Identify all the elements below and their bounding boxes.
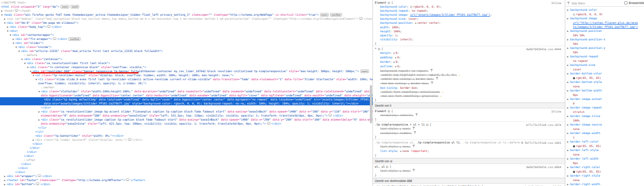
attr-value-token[interactable]: "mobnav" bbox=[20, 17, 34, 20]
collapsed-content-chip[interactable]: … bbox=[53, 37, 56, 40]
computed-property-name[interactable]: border-right-style bbox=[570, 174, 600, 177]
css-property-value[interactable]: no-repeat bbox=[412, 9, 427, 12]
attr-value-token[interactable]: "3" bbox=[36, 5, 41, 8]
computed-property-name[interactable]: border-image-source bbox=[570, 123, 602, 126]
tag-token[interactable]: <div bbox=[44, 98, 52, 101]
tag-token[interactable]: <div> bbox=[9, 29, 18, 32]
markup-line[interactable]: elementdelay="0" data-endspeed="500" dat… bbox=[0, 113, 373, 117]
attr-value-token[interactable]: "slotholder" bbox=[59, 90, 80, 93]
pseudo-token[interactable]: ::marker bbox=[41, 86, 55, 89]
markup-line[interactable]: ▶<div id="bottom">…</div> bbox=[0, 182, 373, 186]
attr-name-token[interactable]: data-lazyload= bbox=[97, 98, 122, 101]
tag-token[interactable]: > bbox=[326, 114, 328, 117]
tag-token[interactable]: > bbox=[58, 5, 59, 8]
css-property-name[interactable]: margin bbox=[380, 51, 390, 54]
css-property-name[interactable]: -moz-osx-font-smoothing bbox=[380, 94, 419, 97]
attr-name-token[interactable]: cz-shortcut-listen= bbox=[274, 13, 307, 16]
selector-highlighter-icon[interactable] bbox=[386, 166, 388, 168]
attr-value-token[interactable]: "undefined" bbox=[244, 90, 263, 93]
attr-name-token[interactable]: data-duration= bbox=[133, 90, 158, 93]
tag-token[interactable]: > bbox=[35, 174, 37, 177]
expand-arrow[interactable]: ▶ bbox=[567, 72, 570, 76]
markup-line[interactable]: </li> bbox=[0, 125, 373, 130]
computed-property-name[interactable]: background-size bbox=[570, 63, 595, 66]
pseudo-token[interactable]: <!DOCTYPE html> bbox=[1, 1, 26, 4]
attr-name-token[interactable]: data-bgrepeat= bbox=[225, 98, 250, 101]
markup-line[interactable]: </div> bbox=[0, 170, 373, 174]
attr-value-token[interactable]: "no-repeat" bbox=[250, 98, 269, 101]
attr-value-token[interactable]: "Slider Startseite" bbox=[303, 78, 335, 81]
overflow-badge[interactable]: overflow bbox=[68, 37, 80, 41]
attr-name-token[interactable]: src= bbox=[312, 98, 321, 101]
attr-value-token[interactable]: "" bbox=[57, 178, 60, 182]
css-property-value[interactable]: border-box bbox=[411, 82, 427, 85]
css-property-name[interactable]: visibility bbox=[380, 113, 397, 117]
expand-arrow[interactable]: ▶ bbox=[3, 182, 7, 186]
attr-value-token[interactable]: "slide slide_0 even first last tp-revsli… bbox=[55, 78, 211, 81]
attr-value-token[interactable]: "200" bbox=[284, 118, 293, 121]
attr-name-token[interactable]: style= bbox=[87, 74, 98, 77]
attr-value-token[interactable]: "max-height: 500px; height: 500px;" bbox=[299, 69, 357, 73]
attr-name-token[interactable]: data-y= bbox=[271, 118, 284, 121]
tag-token[interactable]: </div> bbox=[51, 25, 61, 28]
attr-value-token[interactable]: "undefined" bbox=[344, 90, 363, 93]
markup-line[interactable]: data-endeasing="easeInSine" style="left:… bbox=[0, 121, 373, 125]
markup-line[interactable]: data-src="assets/images/3/Slider_FP101-2… bbox=[0, 101, 373, 105]
markup-line[interactable]: data-bgpositionend="undefined" data-bgpo… bbox=[0, 93, 373, 97]
css-property-value[interactable]: none bbox=[402, 145, 409, 148]
attr-name-token[interactable]: class= bbox=[32, 57, 42, 61]
scroll-badge[interactable]: scroll bbox=[71, 5, 79, 9]
tag-token[interactable]: <div bbox=[13, 33, 21, 36]
expand-arrow[interactable]: ▶ bbox=[567, 157, 570, 161]
computed-property-name[interactable]: border-right-color bbox=[570, 165, 600, 169]
attr-name-token[interactable]: data-endeasing= bbox=[41, 122, 66, 125]
markup-line[interactable]: overflow: hidden; visibility: inherit; o… bbox=[0, 81, 373, 85]
css-selector[interactable]: .tp-simpleresponsive > ul > li bbox=[375, 123, 425, 126]
attr-name-token[interactable]: itemscope= bbox=[191, 13, 209, 16]
tag-token[interactable]: <div bbox=[7, 182, 15, 186]
expand-arrow[interactable]: ▶ bbox=[567, 174, 570, 178]
tag-token[interactable]: </div> bbox=[132, 138, 142, 141]
markup-line[interactable]: ▼<div class="rs-container responsive blo… bbox=[0, 65, 373, 69]
pseudo-token[interactable]: ::before bbox=[24, 53, 37, 56]
attr-value-token[interactable]: "easeInSine" bbox=[66, 122, 86, 125]
tag-token[interactable]: <div bbox=[35, 138, 44, 141]
attr-value-token[interactable]: "undefined" bbox=[157, 90, 176, 93]
attr-value-token[interactable]: "undefined" bbox=[169, 94, 187, 97]
attr-value-token[interactable]: "tp-bgimg defaultimg" bbox=[62, 98, 97, 101]
tag-token[interactable]: </div> bbox=[41, 106, 51, 109]
filter-property-icon[interactable] bbox=[412, 127, 415, 130]
markup-line[interactable]: ▶<footer id="footer" itemscope="" itemty… bbox=[0, 178, 373, 182]
css-selector[interactable]: * bbox=[375, 47, 377, 50]
attr-name-token[interactable]: data-endeasing= bbox=[101, 114, 128, 117]
computed-property-name[interactable]: background-color bbox=[570, 8, 597, 11]
css-property-value[interactable]: none bbox=[402, 149, 409, 152]
attr-value-token[interactable]: "undefined" bbox=[209, 94, 228, 97]
markup-line[interactable]: ▶<div class="body_top">…</div> bbox=[0, 25, 373, 29]
attr-name-token[interactable]: data-slotamount= bbox=[250, 78, 278, 81]
selector-highlighter-icon[interactable] bbox=[388, 2, 390, 4]
tag-token[interactable]: > bbox=[145, 82, 147, 85]
attr-value-token[interactable]: "background-color: rgba(0, 0, 0, 0); bac… bbox=[142, 102, 347, 105]
attr-value-token[interactable]: "1400" bbox=[239, 118, 249, 121]
attr-value-token[interactable]: "undefined" bbox=[294, 98, 312, 101]
tag-token[interactable]: <div bbox=[7, 174, 15, 177]
tag-token[interactable]: > bbox=[60, 57, 62, 61]
tag-token[interactable]: </ul> bbox=[35, 130, 44, 133]
tag-token[interactable]: > bbox=[50, 45, 51, 48]
attr-value-token[interactable]: "flx-wrapper" bbox=[29, 37, 50, 40]
attr-value-token[interactable]: "bottom" bbox=[20, 182, 34, 186]
expand-arrow[interactable]: ▶ bbox=[567, 123, 570, 127]
stylesheet-location-link[interactable]: 0e8b7b45843a.css:4044 bbox=[526, 47, 561, 51]
attr-value-token[interactable]: "easeInBack" bbox=[199, 118, 220, 121]
attr-name-token[interactable]: style= bbox=[86, 122, 97, 125]
attr-name-token[interactable]: class= bbox=[26, 45, 36, 48]
css-property-name[interactable]: list-style bbox=[380, 127, 397, 130]
expand-arrow[interactable]: ▶ bbox=[567, 165, 570, 169]
css-property-value[interactable]: rgba(0, 0, 0, 0) bbox=[428, 73, 455, 76]
attr-name-token[interactable]: itemscope= bbox=[250, 17, 268, 20]
tag-token[interactable]: <footer bbox=[7, 178, 20, 182]
attr-name-token[interactable]: class= bbox=[43, 134, 53, 137]
css-property-name[interactable]: background-image bbox=[380, 13, 407, 16]
attr-name-token[interactable]: data-bgposition= bbox=[91, 94, 119, 97]
